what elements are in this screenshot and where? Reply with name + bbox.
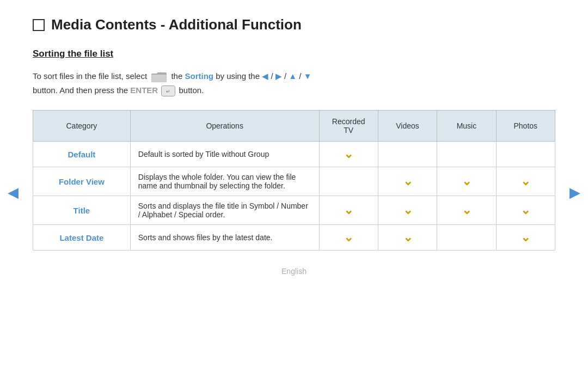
- enter-label: ENTER: [130, 86, 158, 95]
- right-arrow-inline: ▶: [275, 71, 282, 81]
- slash3: /: [299, 71, 303, 81]
- sort-table: Category Operations RecordedTV Videos Mu…: [33, 110, 555, 251]
- check-cell-music: [437, 142, 496, 167]
- check-cell-photos: [496, 142, 555, 167]
- header-photos: Photos: [496, 111, 555, 142]
- nav-arrow-left[interactable]: ◀: [8, 184, 19, 200]
- table-row: TitleSorts and displays the file title i…: [33, 196, 555, 225]
- category-cell: Latest Date: [33, 225, 131, 251]
- operations-cell: Displays the whole folder. You can view …: [130, 167, 319, 196]
- header-operations: Operations: [130, 111, 319, 142]
- slash2: /: [284, 71, 289, 81]
- desc-part1: To sort files in the file list, select: [33, 71, 147, 81]
- section-title: Sorting the file list: [33, 48, 555, 59]
- header-category: Category: [33, 111, 131, 142]
- operations-cell: Sorts and displays the file title in Sym…: [130, 196, 319, 225]
- check-cell-photos: ⌄: [496, 167, 555, 196]
- slash1: /: [271, 71, 275, 81]
- category-cell: Folder View: [33, 167, 131, 196]
- category-cell: Title: [33, 196, 131, 225]
- desc-part3: by using the: [216, 71, 260, 81]
- nav-arrow-right[interactable]: ▶: [569, 184, 580, 200]
- desc-part2: the: [171, 71, 182, 81]
- table-row: Folder ViewDisplays the whole folder. Yo…: [33, 167, 555, 196]
- description: To sort files in the file list, select t…: [33, 69, 555, 97]
- checkbox-icon: [33, 19, 45, 31]
- operations-cell: Default is sorted by Title without Group: [130, 142, 319, 167]
- check-cell-photos: ⌄: [496, 196, 555, 225]
- table-row: DefaultDefault is sorted by Title withou…: [33, 142, 555, 167]
- checkmark-icon: ⌄: [344, 230, 353, 245]
- checkmark-icon: ⌄: [520, 174, 530, 188]
- footer: English: [33, 267, 555, 276]
- check-cell-videos: ⌄: [378, 225, 437, 251]
- down-arrow-inline: ▼: [304, 71, 312, 81]
- check-cell-videos: [378, 142, 437, 167]
- sorting-label: Sorting: [185, 71, 213, 81]
- check-cell-recorded_tv: ⌄: [319, 142, 378, 167]
- checkmark-icon: ⌄: [403, 203, 413, 217]
- page-title: Media Contents - Additional Function: [33, 16, 555, 33]
- check-cell-recorded_tv: [319, 167, 378, 196]
- check-cell-music: ⌄: [437, 167, 496, 196]
- category-cell: Default: [33, 142, 131, 167]
- up-arrow-inline: ▲: [289, 71, 297, 81]
- table-row: Latest DateSorts and shows files by the …: [33, 225, 555, 251]
- check-cell-music: ⌄: [437, 196, 496, 225]
- checkmark-icon: ⌄: [344, 203, 353, 217]
- check-cell-videos: ⌄: [378, 196, 437, 225]
- folder-icon: [151, 71, 167, 83]
- page-wrapper: Media Contents - Additional Function Sor…: [0, 0, 588, 287]
- svg-text:↵: ↵: [166, 89, 170, 94]
- check-cell-photos: ⌄: [496, 225, 555, 251]
- left-arrow-inline: ◀: [262, 71, 268, 81]
- header-videos: Videos: [378, 111, 437, 142]
- desc-part6: button.: [179, 86, 204, 95]
- check-cell-recorded_tv: ⌄: [319, 225, 378, 251]
- checkmark-icon: ⌄: [403, 230, 413, 245]
- check-cell-recorded_tv: ⌄: [319, 196, 378, 225]
- operations-cell: Sorts and shows files by the latest date…: [130, 225, 319, 251]
- title-text: Media Contents - Additional Function: [51, 16, 302, 33]
- header-recorded-tv: RecordedTV: [319, 111, 378, 142]
- checkmark-icon: ⌄: [403, 174, 413, 188]
- checkmark-icon: ⌄: [520, 203, 530, 217]
- checkmark-icon: ⌄: [462, 203, 471, 217]
- enter-icon: ↵: [161, 86, 175, 96]
- header-music: Music: [437, 111, 496, 142]
- table-header-row: Category Operations RecordedTV Videos Mu…: [33, 111, 555, 142]
- check-cell-videos: ⌄: [378, 167, 437, 196]
- check-cell-music: [437, 225, 496, 251]
- desc-part5: button. And then press the: [33, 86, 128, 95]
- svg-rect-2: [152, 75, 166, 82]
- checkmark-icon: ⌄: [520, 230, 530, 245]
- checkmark-icon: ⌄: [462, 174, 471, 188]
- checkmark-icon: ⌄: [344, 147, 353, 161]
